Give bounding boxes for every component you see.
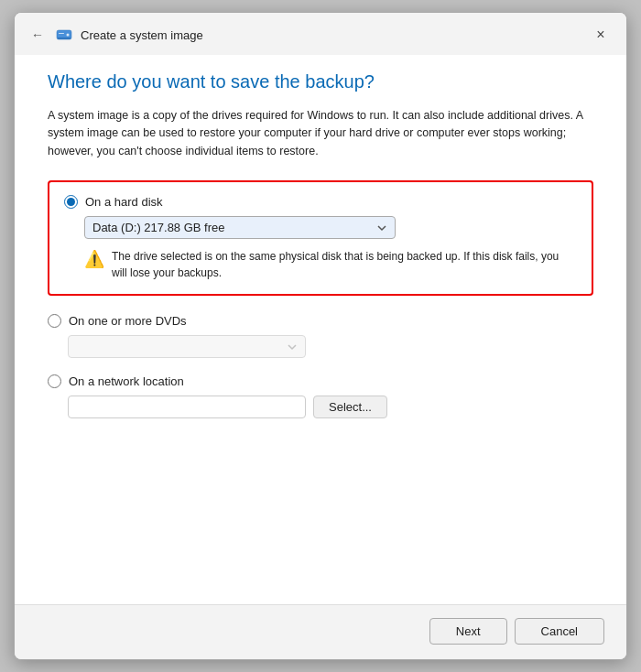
svg-point-2 (67, 34, 70, 37)
dvd-dropdown-row (68, 335, 593, 358)
network-input-row: Select... (68, 396, 593, 418)
next-button[interactable]: Next (429, 618, 507, 645)
warning-box: ⚠️ The drive selected is on the same phy… (84, 248, 577, 281)
page-heading: Where do you want to save the backup? (48, 71, 593, 92)
main-content: Where do you want to save the backup? A … (15, 55, 626, 604)
hard-disk-radio-row: On a hard disk (64, 195, 577, 209)
select-network-button[interactable]: Select... (313, 396, 387, 418)
warning-icon: ⚠️ (84, 249, 104, 269)
footer: Next Cancel (15, 604, 626, 659)
cancel-button[interactable]: Cancel (515, 618, 604, 645)
disk-dropdown-row: Data (D:) 217.88 GB free (84, 216, 577, 239)
dvd-radio-row: On one or more DVDs (48, 314, 593, 328)
window-icon (55, 26, 73, 44)
dvd-select (68, 335, 306, 358)
hard-disk-label: On a hard disk (85, 195, 163, 209)
network-radio[interactable] (48, 374, 61, 388)
description-text: A system image is a copy of the drives r… (48, 107, 593, 160)
hard-disk-option-box: On a hard disk Data (D:) 217.88 GB free … (48, 180, 593, 296)
network-radio-row: On a network location (48, 374, 593, 388)
title-bar-left: ← Create a system image (27, 26, 203, 44)
network-label: On a network location (69, 374, 184, 388)
network-option-section: On a network location Select... (48, 374, 593, 418)
main-window: ← Create a system image × Where do you w… (14, 12, 627, 660)
hard-disk-radio[interactable] (64, 195, 78, 209)
disk-select[interactable]: Data (D:) 217.88 GB free (84, 216, 396, 239)
dvd-label: On one or more DVDs (69, 314, 187, 328)
dvd-radio[interactable] (48, 314, 61, 328)
close-button[interactable]: × (588, 22, 614, 48)
dvd-option-section: On one or more DVDs (48, 314, 593, 358)
dvd-select-wrapper (68, 335, 306, 358)
title-bar: ← Create a system image × (15, 13, 626, 55)
network-input[interactable] (68, 396, 306, 418)
warning-text: The drive selected is on the same physic… (112, 248, 577, 281)
back-button[interactable]: ← (27, 26, 48, 44)
disk-select-wrapper: Data (D:) 217.88 GB free (84, 216, 396, 239)
window-title: Create a system image (81, 28, 203, 42)
svg-rect-1 (58, 38, 71, 39)
svg-rect-3 (59, 33, 64, 34)
